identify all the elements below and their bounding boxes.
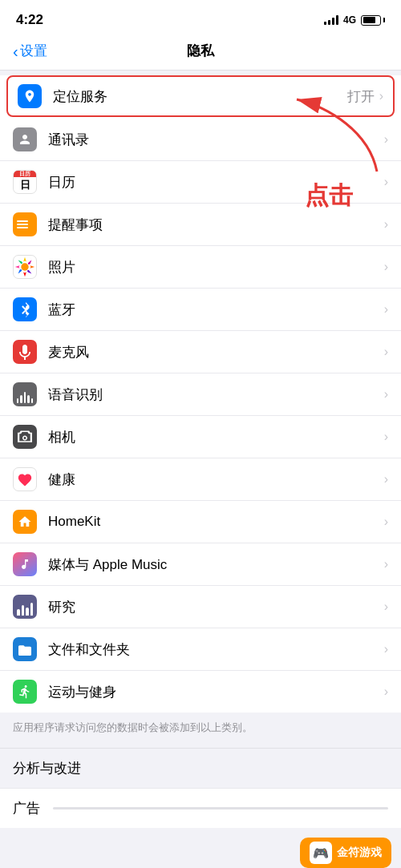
homekit-icon (13, 510, 37, 534)
ads-section-label: 广告 (13, 799, 40, 818)
fitness-chevron: › (384, 684, 388, 699)
settings-item-contacts[interactable]: 通讯录 › (0, 119, 401, 161)
section-divider-ads: 广告 (0, 788, 401, 828)
speech-icon (13, 382, 37, 406)
photos-chevron: › (384, 260, 388, 274)
settings-item-fitness[interactable]: 运动与健身 › (0, 671, 401, 713)
status-icons: 4G (324, 14, 385, 26)
calendar-label: 日历 (48, 173, 384, 192)
files-icon (13, 637, 37, 661)
media-chevron: › (384, 557, 388, 571)
footer-note-text: 应用程序请求访问您的数据时会被添加到以上类别。 (13, 721, 253, 733)
photos-label: 照片 (48, 258, 384, 277)
reminders-chevron: › (384, 217, 388, 232)
location-value: 打开 (347, 87, 375, 106)
svg-point-1 (21, 263, 28, 270)
calendar-icon: 日历 日 (13, 170, 37, 194)
network-type: 4G (343, 14, 356, 26)
bluetooth-chevron: › (384, 302, 388, 317)
location-label: 定位服务 (53, 87, 347, 106)
signal-bar-4 (336, 15, 338, 25)
photos-icon (13, 255, 37, 279)
ads-divider-line (53, 807, 388, 809)
media-label: 媒体与 Apple Music (48, 555, 384, 574)
location-icon (18, 84, 42, 108)
footer-note: 应用程序请求访问您的数据时会被添加到以上类别。 (0, 713, 401, 748)
speech-label: 语音识别 (48, 386, 384, 404)
back-chevron-icon: ‹ (13, 43, 18, 59)
settings-item-microphone[interactable]: 麦克风 › (0, 331, 401, 373)
homekit-chevron: › (384, 515, 388, 529)
status-time: 4:22 (16, 12, 43, 28)
settings-item-research[interactable]: 研究 › (0, 586, 401, 628)
battery-icon (361, 15, 385, 26)
files-label: 文件和文件夹 (48, 640, 384, 659)
back-button[interactable]: ‹ 设置 (13, 42, 47, 60)
signal-bar-1 (324, 22, 326, 25)
settings-item-files[interactable]: 文件和文件夹 › (0, 628, 401, 671)
camera-icon (13, 425, 37, 449)
research-icon (13, 595, 37, 619)
settings-item-media[interactable]: 媒体与 Apple Music › (0, 543, 401, 586)
watermark-badge: 🎮 金符游戏 (300, 838, 391, 868)
reminders-icon (13, 212, 37, 236)
settings-item-photos[interactable]: 照片 › (0, 246, 401, 289)
calendar-chevron: › (384, 175, 388, 189)
reminders-label: 提醒事项 (48, 216, 384, 234)
speech-chevron: › (384, 387, 388, 402)
contacts-label: 通讯录 (48, 131, 384, 149)
microphone-label: 麦克风 (48, 343, 384, 361)
camera-label: 相机 (48, 428, 384, 446)
settings-item-reminders[interactable]: 提醒事项 › (0, 204, 401, 246)
battery-body (361, 15, 381, 26)
battery-fill (363, 17, 375, 23)
homekit-label: HomeKit (48, 514, 384, 530)
files-chevron: › (384, 642, 388, 656)
settings-item-location[interactable]: 定位服务 打开 › (6, 75, 395, 117)
health-icon (13, 467, 37, 491)
microphone-chevron: › (384, 345, 388, 359)
settings-item-homekit[interactable]: HomeKit › (0, 501, 401, 543)
research-chevron: › (384, 600, 388, 614)
nav-bar: ‹ 设置 隐私 (0, 35, 401, 71)
settings-item-bluetooth[interactable]: 蓝牙 › (0, 289, 401, 331)
analytics-section-label: 分析与改进 (13, 759, 81, 777)
location-chevron: › (379, 89, 383, 103)
health-chevron: › (384, 472, 388, 486)
bluetooth-label: 蓝牙 (48, 301, 384, 319)
status-bar: 4:22 4G (0, 0, 401, 35)
settings-item-health[interactable]: 健康 › (0, 458, 401, 501)
settings-section: 点击 定位服务 打开 › 通讯录 › (0, 75, 401, 713)
signal-bar-3 (332, 18, 334, 25)
settings-item-speech[interactable]: 语音识别 › (0, 373, 401, 416)
settings-item-calendar[interactable]: 日历 日 日历 › (0, 161, 401, 204)
section-divider-analytics: 分析与改进 (0, 748, 401, 788)
back-label: 设置 (20, 42, 47, 60)
signal-bar-2 (328, 20, 330, 25)
research-label: 研究 (48, 598, 384, 616)
signal-bars-icon (324, 15, 338, 25)
fitness-icon (13, 680, 37, 704)
settings-item-camera[interactable]: 相机 › (0, 416, 401, 458)
health-label: 健康 (48, 470, 384, 489)
settings-list: 定位服务 打开 › 通讯录 › 日历 日 日历 (0, 75, 401, 713)
media-icon (13, 552, 37, 576)
watermark-text: 金符游戏 (337, 846, 382, 860)
microphone-icon (13, 340, 37, 364)
fitness-label: 运动与健身 (48, 683, 384, 701)
page-title: 隐私 (187, 42, 214, 60)
watermark: 🎮 金符游戏 (0, 831, 401, 868)
watermark-logo-icon: 🎮 (310, 842, 332, 864)
contacts-chevron: › (384, 132, 388, 147)
contacts-icon (13, 127, 37, 151)
bluetooth-icon (13, 297, 37, 321)
camera-chevron: › (384, 430, 388, 444)
battery-tip (383, 18, 385, 22)
